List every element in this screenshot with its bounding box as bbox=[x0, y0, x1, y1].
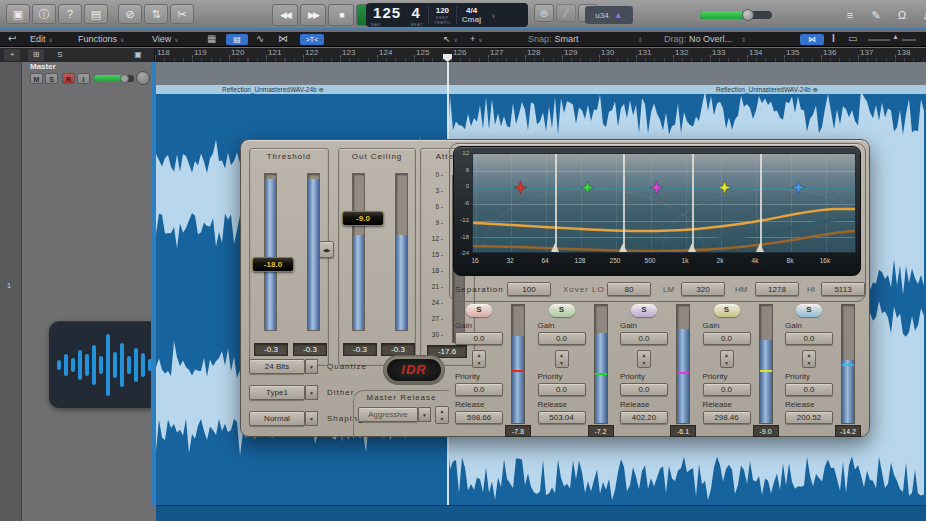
playhead-marker[interactable] bbox=[443, 54, 452, 62]
grid-icon[interactable]: ▦ bbox=[207, 33, 216, 44]
crossover-handle[interactable] bbox=[619, 243, 627, 252]
note-pads-icon[interactable]: ✎ bbox=[864, 5, 888, 25]
band-marker-star[interactable] bbox=[650, 180, 663, 193]
band-gain-value[interactable]: 0.0 bbox=[455, 332, 503, 345]
add-track-button[interactable]: + bbox=[4, 49, 20, 61]
volume-knob[interactable] bbox=[742, 9, 754, 21]
band-marker-star[interactable] bbox=[792, 180, 805, 193]
crossover-handle[interactable] bbox=[688, 243, 696, 252]
band-release-value[interactable]: 298.46 bbox=[703, 411, 751, 424]
link-button[interactable]: ◀▶ bbox=[319, 241, 334, 258]
display-mode-button[interactable]: ▣ bbox=[130, 49, 146, 61]
scissors-icon[interactable]: ✂ bbox=[170, 4, 194, 24]
band-gain-stepper[interactable]: ▲▼ bbox=[637, 350, 651, 368]
media-browser-icon[interactable]: ♬ bbox=[916, 5, 926, 25]
ruler-bars[interactable]: 1181191201211221231241251261271281291301… bbox=[155, 48, 926, 62]
band-solo-button[interactable]: S bbox=[549, 304, 575, 317]
band-gain-stepper[interactable]: ▲▼ bbox=[555, 350, 569, 368]
band-gain-value[interactable]: 0.0 bbox=[785, 332, 833, 345]
solo-button[interactable]: S bbox=[45, 73, 58, 84]
help-icon[interactable]: ? bbox=[58, 4, 82, 24]
crossfade-icon[interactable]: ⋈ bbox=[800, 34, 824, 45]
band-release-value[interactable]: 503.04 bbox=[538, 411, 586, 424]
band-marker-star[interactable] bbox=[581, 180, 594, 193]
eq-graph[interactable] bbox=[472, 153, 856, 253]
solo-tracks-button[interactable]: S bbox=[52, 49, 68, 61]
zero-crossing-icon[interactable]: ⊘ bbox=[118, 4, 142, 24]
lcd-display[interactable]: 125 4 BAR BEAT 120 KEEP TEMPO 4/4 Cmaj ∨ bbox=[366, 3, 528, 27]
bracket-icon[interactable]: ▭ bbox=[848, 33, 857, 44]
info-icon[interactable]: ⓘ bbox=[32, 4, 56, 24]
track-volume-knob[interactable] bbox=[120, 74, 129, 83]
hzoom-slider[interactable] bbox=[902, 39, 916, 41]
mute-button[interactable]: M bbox=[30, 73, 43, 84]
stop-button[interactable]: ■ bbox=[328, 4, 354, 26]
list-editors-icon[interactable]: ≡ bbox=[838, 5, 862, 25]
master-release-dropdown-icon[interactable]: ▼ bbox=[418, 407, 431, 422]
devices-icon[interactable]: ▣ bbox=[6, 4, 30, 24]
band-gain-stepper[interactable]: ▲▼ bbox=[472, 350, 486, 368]
snap-control[interactable]: Snap: Smart ⇕ bbox=[528, 34, 643, 44]
quantize-dropdown-icon[interactable]: ▼ bbox=[305, 359, 318, 374]
record-enable-button[interactable]: R bbox=[62, 73, 75, 84]
band-priority-value[interactable]: 0.0 bbox=[620, 383, 668, 396]
back-icon[interactable]: ↩ bbox=[8, 33, 16, 44]
dither-select[interactable]: Type1 bbox=[249, 385, 305, 400]
tuner-icon[interactable]: ◎ bbox=[534, 4, 554, 22]
band-solo-button[interactable]: S bbox=[631, 304, 657, 317]
separation-value[interactable]: 100 bbox=[507, 282, 551, 296]
crossover-handle[interactable] bbox=[551, 243, 559, 252]
pan-knob[interactable] bbox=[136, 71, 150, 85]
automation-icon[interactable]: ∿ bbox=[256, 33, 264, 44]
band-priority-value[interactable]: 0.0 bbox=[455, 383, 503, 396]
input-monitor-button[interactable]: I bbox=[77, 73, 90, 84]
quantize-select[interactable]: 24 Bits bbox=[249, 359, 305, 374]
drag-control[interactable]: Drag: No Overl... ⇕ bbox=[664, 34, 746, 44]
xover-lo-value[interactable]: 80 bbox=[607, 282, 651, 296]
xover-hm-value[interactable]: 1278 bbox=[755, 282, 799, 296]
crossover-line[interactable] bbox=[623, 154, 625, 252]
threshold-fader[interactable]: -18.0 bbox=[252, 257, 294, 272]
band-gain-value[interactable]: 0.0 bbox=[538, 332, 586, 345]
command-tool-selector[interactable]: +∨ bbox=[470, 34, 483, 44]
crossover-line[interactable] bbox=[555, 154, 557, 252]
band-gain-value[interactable]: 0.0 bbox=[620, 332, 668, 345]
loop-browser-icon[interactable]: Ω bbox=[890, 5, 914, 25]
region-title-bar[interactable]: Reflection_UnmasteredWAV-24b ⊕ Reflectio… bbox=[156, 85, 926, 94]
count-in-badge[interactable]: u34 ▲ bbox=[585, 6, 633, 24]
duplicate-track-button[interactable]: ⊞ bbox=[28, 49, 44, 61]
dither-dropdown-icon[interactable]: ▼ bbox=[305, 385, 318, 400]
flex-icon[interactable]: ⋈ bbox=[278, 33, 288, 44]
band-priority-value[interactable]: 0.0 bbox=[538, 383, 586, 396]
pencil-icon[interactable]: ╱ bbox=[556, 4, 576, 22]
master-release-stepper[interactable]: ▲▼ bbox=[435, 406, 449, 424]
pointer-tool-selector[interactable]: ↖∨ bbox=[443, 34, 458, 44]
band-gain-value[interactable]: 0.0 bbox=[703, 332, 751, 345]
band-marker-star[interactable] bbox=[718, 180, 731, 193]
band-solo-button[interactable]: S bbox=[714, 304, 740, 317]
xover-lm-value[interactable]: 320 bbox=[681, 282, 725, 296]
mixer-icon[interactable]: ⇅ bbox=[144, 4, 168, 24]
view-menu[interactable]: View∨ bbox=[152, 34, 179, 44]
metronome-icon[interactable]: ▲ bbox=[614, 10, 623, 20]
band-marker-star[interactable] bbox=[514, 180, 527, 193]
catch-playhead-icon[interactable]: >T< bbox=[300, 34, 324, 45]
display-icon[interactable]: ▤ bbox=[84, 4, 108, 24]
edit-menu[interactable]: Edit∨ bbox=[30, 34, 53, 44]
track-name[interactable]: Master bbox=[30, 62, 56, 71]
band-priority-value[interactable]: 0.0 bbox=[785, 383, 833, 396]
band-solo-button[interactable]: S bbox=[466, 304, 492, 317]
master-track-header[interactable]: Master M S R I bbox=[22, 62, 151, 521]
shaping-select[interactable]: Normal bbox=[249, 411, 305, 426]
crossover-handle[interactable] bbox=[756, 243, 764, 252]
band-gain-stepper[interactable]: ▲▼ bbox=[720, 350, 734, 368]
lcd-chevron-icon[interactable]: ∨ bbox=[486, 12, 500, 19]
vzoom-slider[interactable] bbox=[868, 39, 890, 41]
band-priority-value[interactable]: 0.0 bbox=[703, 383, 751, 396]
band-gain-stepper[interactable]: ▲▼ bbox=[802, 350, 816, 368]
crossover-line[interactable] bbox=[692, 154, 694, 252]
band-release-value[interactable]: 598.66 bbox=[455, 411, 503, 424]
band-solo-button[interactable]: S bbox=[796, 304, 822, 317]
rewind-button[interactable]: ◀◀ bbox=[272, 4, 298, 26]
playhead-tool-icon[interactable]: I bbox=[832, 33, 835, 44]
